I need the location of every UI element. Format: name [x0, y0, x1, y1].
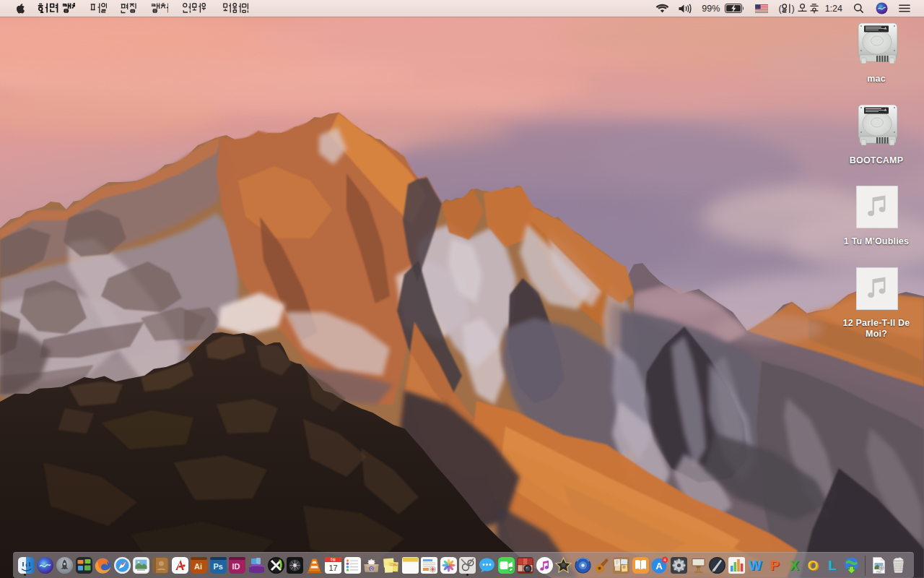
svg-text:17: 17 [329, 564, 338, 572]
svg-text:ID: ID [232, 562, 240, 571]
svg-text:Ai: Ai [194, 562, 202, 571]
svg-text:P: P [770, 558, 780, 573]
svg-text:L: L [828, 558, 837, 573]
svg-text:Ps: Ps [213, 562, 222, 571]
svg-text:A: A [656, 561, 663, 571]
svg-text:6월: 6월 [331, 558, 336, 561]
svg-text:W: W [749, 558, 762, 573]
svg-text:X: X [789, 558, 798, 573]
svg-text:Q: Q [370, 567, 373, 571]
svg-text:O: O [808, 558, 819, 573]
svg-text:Plan: Plan [393, 564, 398, 566]
svg-text:PSD: PSD [876, 571, 882, 574]
